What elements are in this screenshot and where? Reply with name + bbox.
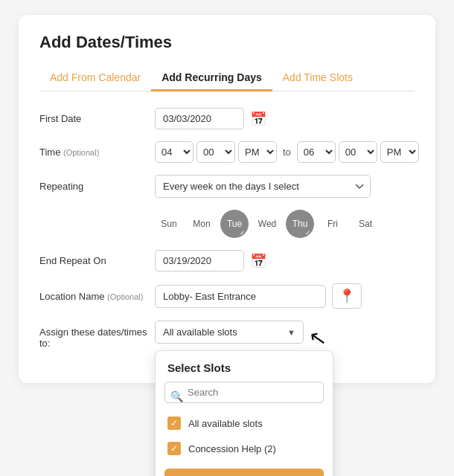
dropdown-items-list: All available slotsConcession Help (2) [156,411,333,461]
day-check-icon: ✓ [240,229,246,237]
location-input[interactable] [155,285,326,308]
days-row: SunMonTue✓WedThu✓FriSat [155,210,415,238]
dropdown-done-button[interactable]: Done [164,469,324,476]
time-label: Time (Optional) [39,147,155,158]
day-btn-thu[interactable]: Thu✓ [286,210,314,238]
first-date-input[interactable] [155,108,244,129]
day-btn-mon[interactable]: Mon [188,210,216,238]
dropdown-item-label-concession: Concession Help (2) [188,443,276,454]
page-title: Add Dates/Times [39,33,415,52]
location-pin-icon[interactable]: 📍 [332,283,362,309]
tab-calendar[interactable]: Add From Calendar [39,65,151,91]
dropdown-title: Select Slots [156,351,333,382]
assign-label: Assign these dates/times to: [39,321,155,349]
end-repeat-input[interactable] [155,250,244,271]
end-ampm-select[interactable]: PM [380,141,419,163]
day-btn-wed[interactable]: Wed [253,210,281,238]
time-to-label: to [283,147,291,158]
repeating-select[interactable]: Every week on the days I select [155,175,371,198]
end-min-select[interactable]: 00 [339,141,377,163]
repeating-label: Repeating [39,181,155,192]
first-date-calendar-icon[interactable]: 📅 [250,111,266,127]
day-label: Mon [193,219,210,229]
end-repeat-label: End Repeat On [39,255,155,266]
dropdown-item-concession[interactable]: Concession Help (2) [156,436,333,461]
tab-timeslots[interactable]: Add Time Slots [272,65,363,91]
dropdown-search-input[interactable] [164,382,324,403]
assign-row: Assign these dates/times to: All availab… [39,321,415,349]
start-ampm-select[interactable]: PM [238,141,277,163]
slots-dropdown-panel: Select Slots 🔍 All available slotsConces… [155,350,333,476]
tab-recurring[interactable]: Add Recurring Days [151,65,272,91]
day-label: Thu [292,219,308,229]
repeating-row: Repeating Every week on the days I selec… [39,175,415,198]
day-btn-sun[interactable]: Sun [155,210,183,238]
time-row: Time (Optional) 04 00 PM to 06 00 PM [39,141,415,163]
tab-bar: Add From Calendar Add Recurring Days Add… [39,65,415,91]
day-label: Tue [227,219,242,229]
day-label: Sun [161,219,176,229]
time-group: 04 00 PM to 06 00 PM [155,141,419,163]
first-date-row: First Date 📅 [39,108,415,129]
checkbox-concession [167,442,181,455]
end-repeat-row: End Repeat On 📅 [39,250,415,271]
dropdown-search-wrap: 🔍 [156,382,333,411]
main-card: Add Dates/Times Add From Calendar Add Re… [19,15,435,383]
first-date-label: First Date [39,113,155,124]
day-label: Fri [327,219,338,229]
dropdown-item-label-all: All available slots [188,418,263,429]
location-row: Location Name (Optional) 📍 [39,283,415,309]
end-repeat-input-wrap: 📅 [155,250,266,271]
day-label: Sat [359,219,372,229]
first-date-input-wrap: 📅 [155,108,266,129]
end-repeat-calendar-icon[interactable]: 📅 [250,253,266,269]
assign-select-wrap: All available slots ▼ Select Slots 🔍 All… [155,321,304,344]
checkbox-all [167,416,181,430]
day-btn-tue[interactable]: Tue✓ [220,210,249,238]
location-label: Location Name (Optional) [39,291,155,302]
assign-current-value: All available slots [163,327,283,338]
assign-dropdown-arrow: ▼ [287,328,295,337]
end-hour-select[interactable]: 06 [297,141,336,163]
day-check-icon: ✓ [305,229,311,237]
start-hour-select[interactable]: 04 [155,141,194,163]
day-label: Wed [258,219,276,229]
dropdown-item-all[interactable]: All available slots [156,411,333,436]
search-icon: 🔍 [170,390,183,402]
day-btn-sat[interactable]: Sat [351,210,380,238]
day-btn-fri[interactable]: Fri [319,210,347,238]
start-min-select[interactable]: 00 [196,141,235,163]
location-wrap: 📍 [155,283,362,309]
assign-dropdown-trigger[interactable]: All available slots ▼ [155,321,304,344]
